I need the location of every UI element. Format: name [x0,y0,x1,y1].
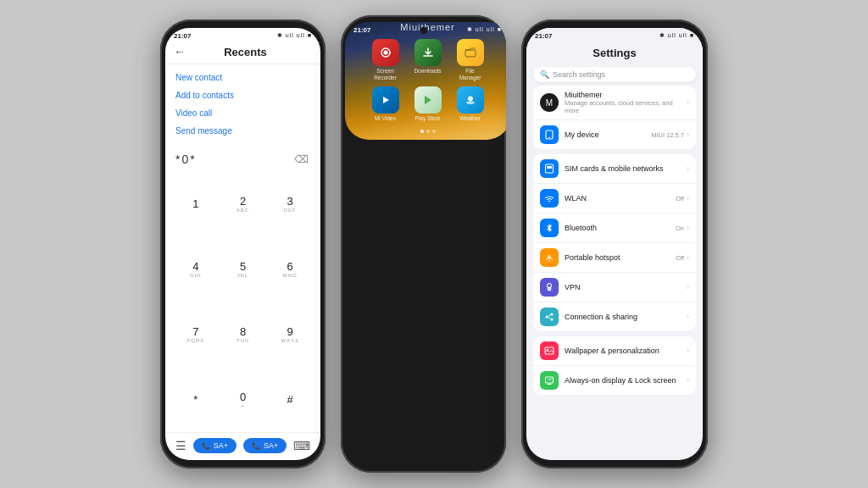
dialpad-delete-icon[interactable]: ⌫ [294,153,310,165]
keypad-icon[interactable]: ⌨ [293,439,310,452]
phone-icon-1: 📞 [202,442,210,450]
vpn-title: VPN [565,283,681,291]
search-input-placeholder: Search settings [553,70,605,79]
settings-card-account: M Miuithemer Manage accounts, cloud serv… [533,86,696,149]
app-mi-video[interactable]: Mi Video [369,86,403,122]
settings-page-title: Settings [593,47,636,59]
phone1-bottom-bar: ☰ 📞 SA+ 📞 SA+ ⌨ [165,432,320,460]
add-to-contacts-action[interactable]: Add to contacts [175,89,310,102]
play-store-icon [415,86,442,114]
bluetooth-title: Bluetooth [565,224,670,232]
svg-point-13 [546,316,548,319]
dialpad-key-hash[interactable]: # [266,367,314,432]
dialpad-key-7[interactable]: 7PQRS [172,302,220,367]
device-icon [540,125,559,144]
svg-line-17 [548,318,551,319]
app-screen-recorder[interactable]: ScreenRecorder [369,39,403,81]
svg-rect-9 [547,166,552,169]
app-file-manager[interactable]: FileManager [453,39,487,81]
phone1-actions-list: New contact Add to contacts Video call S… [165,64,320,144]
dialpad-key-5[interactable]: 5JKL [220,236,267,302]
app-weather[interactable]: Weather [453,86,487,122]
svg-point-14 [551,313,554,316]
settings-item-device[interactable]: My device MIUI 12.5.7 › [533,120,696,149]
phone3-status-icons: ✱ ull ull ■ [659,32,694,39]
device-version: MIUI 12.5.7 [651,131,684,139]
bluetooth-right: On › [676,224,689,232]
dialpad-grid: 1 2ABC 3DEF 4GHI 5JKL 6MNO 7PQRS 8TUV 9W… [165,171,320,432]
downloads-icon [415,39,442,66]
app-downloads[interactable]: Downloads [411,39,445,81]
wlan-title: WLAN [565,194,670,202]
settings-item-connection[interactable]: Connection & sharing › [533,302,696,331]
hotspot-title: Portable hotspot [565,253,670,262]
phone1-time: 21:07 [174,32,191,40]
hotspot-text: Portable hotspot [565,253,670,262]
settings-item-bluetooth[interactable]: Bluetooth On › [533,214,696,243]
settings-search-bar[interactable]: 🔍 Search settings [533,67,696,82]
wallpaper-text: Wallpaper & personalization [565,347,681,355]
settings-item-vpn[interactable]: VPN › [533,273,696,302]
phone-3: 21:07 ✱ ull ull ■ Settings 🔍 Search sett… [521,19,708,469]
weather-icon [457,86,484,114]
display-title: Always-on display & Lock screen [565,376,681,385]
dialpad-key-3[interactable]: 3DEF [266,171,314,236]
miuithemer-title: Miuithemer [565,91,681,99]
recents-title: Recents [192,46,312,58]
call-button-2[interactable]: 📞 SA+ [243,438,287,453]
mi-video-icon [372,86,399,114]
settings-item-miuithemer[interactable]: M Miuithemer Manage accounts, cloud serv… [533,86,696,120]
miuithemer-chevron: › [687,98,689,107]
settings-item-hotspot[interactable]: Portable hotspot Off › [533,243,696,273]
send-message-action[interactable]: Send message [175,125,310,137]
device-right: MIUI 12.5.7 › [651,130,689,139]
vpn-icon [540,278,559,297]
settings-item-sim[interactable]: SIM cards & mobile networks › [533,154,696,184]
dot-3 [432,130,436,133]
wallpaper-icon [540,341,559,360]
display-icon [540,371,559,390]
dialpad-display: *0* ⌫ [165,147,320,171]
settings-item-wlan[interactable]: WLAN Off › [533,184,696,214]
svg-line-16 [548,315,551,317]
app-play-store[interactable]: Play Store [411,86,445,122]
svg-point-5 [468,96,473,101]
dialpad-key-0[interactable]: 0+ [220,367,267,432]
wlan-right: Off › [676,194,689,202]
settings-item-display[interactable]: Always-on display & Lock screen › [533,366,696,395]
svg-marker-4 [425,96,431,104]
dialpad-key-2[interactable]: 2ABC [220,171,267,236]
dialpad-key-4[interactable]: 4GHI [172,236,220,302]
svg-point-11 [548,260,550,262]
settings-card-network: SIM cards & mobile networks › WLAN Off › [533,154,696,331]
call-label-1: SA+ [214,441,228,450]
wlan-chevron: › [687,194,689,202]
video-call-action[interactable]: Video call [175,107,310,119]
dialpad-key-star[interactable]: * [172,367,220,432]
file-manager-label: FileManager [459,68,481,81]
back-icon[interactable]: ← [174,45,186,58]
hotspot-chevron: › [687,253,689,262]
connection-title: Connection & sharing [565,313,681,321]
home-page-dots [345,130,506,140]
settings-card-personalization: Wallpaper & personalization › Always-on … [533,336,696,395]
dialpad-key-1[interactable]: 1 [172,171,220,236]
dialpad-key-6[interactable]: 6MNO [266,236,314,302]
settings-item-wallpaper[interactable]: Wallpaper & personalization › [533,336,696,366]
sim-title: SIM cards & mobile networks [565,164,681,173]
new-contact-action[interactable]: New contact [175,71,310,84]
svg-marker-3 [383,97,389,103]
dialpad-key-8[interactable]: 8TUV [220,302,267,367]
menu-icon[interactable]: ☰ [175,439,186,452]
sim-icon [540,159,559,178]
dialpad-key-9[interactable]: 9WXYZ [266,302,314,367]
settings-list: M Miuithemer Manage accounts, cloud serv… [526,86,703,460]
search-icon: 🔍 [540,70,549,79]
call-label-2: SA+ [264,441,278,450]
call-button-1[interactable]: 📞 SA+ [193,438,236,453]
phone1-screen: 21:07 ✱ ull ull ■ ← Recents New contact … [165,28,320,460]
bluetooth-chevron: › [687,224,689,232]
connection-text: Connection & sharing [565,313,681,321]
wlan-icon [540,189,559,208]
file-manager-icon [457,39,484,66]
